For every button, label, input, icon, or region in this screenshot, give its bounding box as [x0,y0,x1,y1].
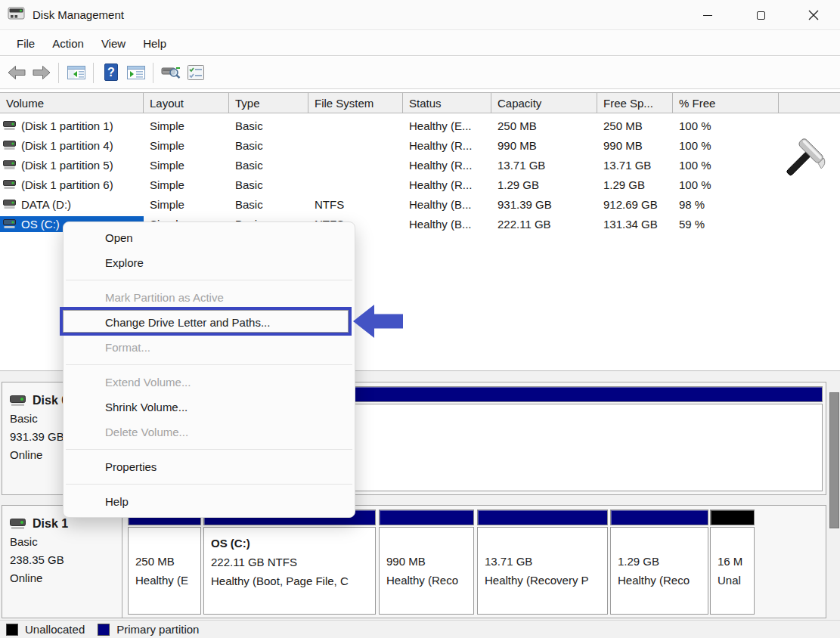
vertical-scrollbar[interactable] [828,379,840,613]
volume-icon [3,180,16,190]
cell-status: Healthy (R... [403,159,491,172]
partition-size: 16 M [718,552,747,571]
cell-type: Basic [229,159,308,172]
column-header-status[interactable]: Status [403,93,491,113]
table-row[interactable]: (Disk 1 partition 6) Simple Basic Health… [0,175,840,194]
disk-1-partition-1[interactable]: 250 MB Healthy (E [128,509,201,615]
column-header-volume[interactable]: Volume [0,93,144,113]
partition-size: 990 MB [386,552,466,571]
disk-icon [10,519,26,530]
cell-capacity: 1.29 GB [491,178,597,191]
legend-bar: Unallocated Primary partition [0,620,840,638]
partition-status: Healthy (Recovery P [485,571,600,590]
menu-item-open[interactable]: Open [64,225,355,250]
disk-icon [10,395,26,407]
partition-label: OS (C:) [211,534,368,553]
menu-action[interactable]: Action [44,37,93,50]
partition-size: 13.71 GB [485,552,600,571]
cell-pct-free: 100 % [673,139,779,152]
window-title: Disk Management [33,8,124,21]
partition-color-strip [477,509,608,525]
disk-1-row: Disk 1 Basic 238.35 GB Online 250 MB Hea… [2,505,826,618]
cell-pct-free: 98 % [673,198,779,211]
menu-help[interactable]: Help [135,37,175,50]
disk-1-status: Online [10,569,122,587]
title-bar: Disk Management [0,0,840,30]
disk-1-partition-unallocated[interactable]: 16 M Unal [710,509,755,615]
table-row[interactable]: DATA (D:) Simple Basic NTFS Healthy (B..… [0,194,840,214]
partition-body: 13.71 GB Healthy (Recovery P [477,527,608,615]
partition-body: 250 MB Healthy (E [128,527,201,615]
partition-status: Unal [718,571,747,590]
menu-item-properties[interactable]: Properties [64,454,355,479]
console-tree-button[interactable] [64,60,88,85]
unallocated-swatch [6,624,18,636]
disk-1-partition-recovery-13gb[interactable]: 13.71 GB Healthy (Recovery P [477,509,608,615]
close-icon [808,10,819,20]
cell-pct-free: 100 % [673,178,779,191]
table-row[interactable]: (Disk 1 partition 1) Simple Basic Health… [0,116,840,135]
partition-size: 1.29 GB [618,552,701,571]
forward-button[interactable] [29,60,54,85]
menu-separator [66,280,352,280]
volume-icon [3,200,16,209]
cell-layout: Simple [144,119,229,132]
disk-rescan-icon [160,63,181,82]
menu-separator [66,364,352,365]
cell-free-space: 131.34 GB [597,218,673,231]
disk-1-partition-os-c[interactable]: OS (C:) 222.11 GB NTFS Healthy (Boot, Pa… [203,509,376,615]
cell-status: Healthy (R... [403,178,491,191]
rescan-disks-button[interactable] [158,60,183,85]
menu-item-shrink-volume[interactable]: Shrink Volume... [64,395,355,420]
maximize-button[interactable] [734,0,787,30]
table-row[interactable]: (Disk 1 partition 4) Simple Basic Health… [0,135,840,155]
disk-1-partition-recovery-990mb[interactable]: 990 MB Healthy (Reco [379,509,474,615]
partition-status: Healthy (Reco [386,571,466,590]
column-header-free-space[interactable]: Free Sp... [597,93,673,113]
minimize-button[interactable] [681,0,734,30]
toolbar-separator [153,63,153,83]
cell-free-space: 1.29 GB [597,178,673,191]
toolbar-separator [58,63,59,83]
column-header-pct-free[interactable]: % Free [673,93,779,113]
volume-name: DATA (D:) [21,198,71,211]
column-header-layout[interactable]: Layout [144,93,229,113]
minimize-icon [703,15,712,16]
help-button[interactable]: ? [98,60,123,85]
back-button[interactable] [4,60,29,85]
disk-1-info[interactable]: Disk 1 Basic 238.35 GB Online [2,506,122,618]
volume-icon [3,219,16,229]
menu-item-mark-partition-active: Mark Partition as Active [64,285,355,310]
svg-text:?: ? [107,66,115,79]
disk-1-name: Disk 1 [33,515,68,533]
volume-list-header: Volume Layout Type File System Status Ca… [0,92,840,113]
toolbar-separator [93,63,94,83]
menu-item-help[interactable]: Help [64,489,355,514]
close-button[interactable] [787,0,840,30]
cell-capacity: 931.39 GB [491,198,597,211]
action-pane-icon [126,63,146,82]
menu-item-change-drive-letter[interactable]: Change Drive Letter and Paths... [64,310,355,335]
properties-button[interactable] [183,60,208,85]
column-header-capacity[interactable]: Capacity [491,93,597,113]
legend-label: Primary partition [116,623,199,636]
column-header-file-system[interactable]: File System [308,93,403,113]
menu-view[interactable]: View [93,37,135,50]
properties-list-icon [186,63,206,82]
scrollbar-thumb[interactable] [829,392,839,528]
cell-free-space: 912.69 GB [597,198,673,211]
disk-1-size: 238.35 GB [10,551,122,569]
cell-type: Basic [229,119,308,132]
hammer-cursor-icon [779,137,826,182]
menu-file[interactable]: File [8,37,44,50]
action-pane-button[interactable] [123,60,148,85]
partition-color-strip [379,509,474,525]
cell-file-system: NTFS [308,198,403,211]
disk-1-partition-recovery-1gb[interactable]: 1.29 GB Healthy (Reco [610,509,708,615]
disk-management-window: Disk Management File Action View Help [0,0,840,638]
forward-icon [32,63,51,82]
column-header-type[interactable]: Type [229,93,308,113]
context-menu: Open Explore Mark Partition as Active Ch… [63,221,355,518]
menu-item-explore[interactable]: Explore [64,250,355,275]
table-row[interactable]: (Disk 1 partition 5) Simple Basic Health… [0,155,840,175]
